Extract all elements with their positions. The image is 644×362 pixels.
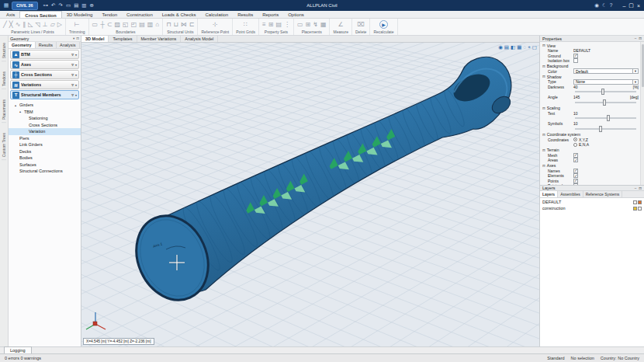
layers-panel-tab[interactable]: Assemblies bbox=[558, 191, 583, 197]
filter-icon[interactable]: ∇ bbox=[71, 63, 74, 67]
geometry-panel-tab[interactable]: Geometry bbox=[9, 42, 36, 48]
viewport-tab[interactable]: 3D Model bbox=[81, 36, 109, 42]
checkbox[interactable] bbox=[573, 179, 578, 183]
add-window-icon[interactable]: ⊕ bbox=[89, 2, 93, 9]
layers-minimize-icon[interactable]: – bbox=[635, 186, 637, 190]
slider-thumb[interactable] bbox=[607, 115, 610, 121]
expand-icon[interactable]: ▾ bbox=[75, 63, 77, 67]
polygon-icon[interactable]: ▱ bbox=[50, 20, 55, 30]
minimize-icon[interactable]: – bbox=[622, 3, 625, 9]
panel-pin-icon[interactable]: ⊡ bbox=[76, 37, 79, 40]
expand-icon[interactable]: ▾ bbox=[75, 53, 77, 57]
dropdown[interactable]: None▼ bbox=[573, 79, 639, 85]
spline-icon[interactable]: ∿ bbox=[16, 20, 21, 30]
layer-color-chip[interactable] bbox=[638, 207, 642, 211]
rows-icon[interactable]: ▤ bbox=[139, 20, 145, 30]
boundary-rect-icon[interactable]: ▭ bbox=[92, 20, 99, 30]
filter-icon[interactable]: ∇ bbox=[71, 73, 74, 77]
intersect-icon[interactable]: ╳ bbox=[9, 20, 13, 30]
columns-icon[interactable]: ▥ bbox=[147, 20, 154, 30]
perpendicular-icon[interactable]: ⊥ bbox=[43, 20, 48, 30]
checkbox[interactable] bbox=[573, 54, 578, 58]
logging-tab[interactable]: Logging bbox=[4, 346, 32, 353]
bracket-icon[interactable]: ⊏ bbox=[189, 20, 195, 30]
accordion-section-header[interactable]: ▲ BTM ∇ ▾ bbox=[10, 50, 79, 59]
accordion-section-header[interactable]: ∿ Axes ∇ ▾ bbox=[10, 60, 79, 69]
3d-viewport-canvas[interactable]: Axis 1 ◉▤◧▦◌⌖▢ X=4.545 [m] Y=-4.452 [m] … bbox=[81, 43, 539, 346]
ribbon-tab[interactable]: Reports bbox=[258, 11, 283, 18]
layer-row[interactable]: DEFAULT bbox=[540, 199, 644, 205]
triangle-right-icon[interactable]: ◹ bbox=[36, 20, 40, 30]
viewport-tab[interactable]: Member Variations bbox=[137, 36, 182, 42]
tree-item[interactable]: Link Girders bbox=[9, 141, 81, 148]
expand-icon[interactable]: ▾ bbox=[75, 73, 77, 77]
rail-tab[interactable]: Placements bbox=[2, 97, 6, 123]
checkbox[interactable] bbox=[573, 183, 578, 185]
fullscreen-icon[interactable]: ▢ bbox=[532, 44, 537, 50]
boundary-subset-icon[interactable]: ⊂ bbox=[107, 20, 113, 30]
rail-tab[interactable]: Custom Trees bbox=[2, 131, 6, 160]
more-icon[interactable]: ⋮ bbox=[284, 20, 290, 30]
viewport-tab[interactable]: Templates bbox=[109, 36, 137, 42]
placement-rect-icon[interactable]: ▭ bbox=[297, 20, 303, 30]
tree-item[interactable]: Structural Connections bbox=[9, 168, 81, 175]
placement-grid-icon[interactable]: ⊞ bbox=[306, 20, 311, 30]
checkbox[interactable] bbox=[573, 58, 578, 63]
property-section-header[interactable]: ⊟Coordinate system bbox=[541, 132, 639, 137]
dropdown[interactable]: Default▼ bbox=[573, 68, 639, 74]
shading-icon[interactable]: ◉ bbox=[498, 44, 503, 50]
hatch-icon[interactable]: ▨ bbox=[115, 20, 121, 30]
delete-icon[interactable]: ⌧ bbox=[358, 20, 365, 30]
collapse-icon[interactable]: ⊟ bbox=[542, 64, 545, 68]
bowtie-icon[interactable]: ⋈ bbox=[181, 20, 187, 30]
rail-tab[interactable]: Tendons bbox=[2, 69, 6, 89]
property-section-header[interactable]: ⊟View bbox=[541, 43, 639, 48]
layer-color-chip[interactable] bbox=[633, 207, 637, 211]
ribbon-tab[interactable]: Axis bbox=[2, 11, 19, 18]
panel-dropdown-icon[interactable]: ▾ bbox=[73, 37, 74, 40]
cup-icon[interactable]: ⊔ bbox=[173, 20, 178, 30]
cap-icon[interactable]: ⊓ bbox=[166, 20, 171, 30]
collapse-icon[interactable]: ⊟ bbox=[542, 164, 545, 168]
window-tile-icon[interactable]: ▤ bbox=[74, 2, 78, 9]
line-icon[interactable]: ╱ bbox=[3, 20, 7, 30]
tree-item[interactable]: Decks bbox=[9, 148, 81, 155]
viewport-tab[interactable]: Analysis Model bbox=[181, 36, 218, 42]
maximize-icon[interactable]: ▢ bbox=[628, 2, 634, 9]
lightning-icon[interactable]: ↯ bbox=[313, 20, 318, 30]
help-icon[interactable]: ? bbox=[610, 2, 613, 9]
slider-thumb[interactable] bbox=[601, 89, 604, 95]
tree-item[interactable]: ▴ Girders bbox=[9, 102, 81, 109]
sheet-icon[interactable]: ▤ bbox=[275, 20, 282, 30]
ribbon-tab[interactable]: Options bbox=[283, 11, 309, 18]
tree-item[interactable]: Piers bbox=[9, 135, 81, 142]
app-version-badge[interactable]: CIVIL 26 bbox=[12, 2, 38, 10]
tree-item[interactable]: Bodies bbox=[9, 155, 81, 162]
collapse-icon[interactable]: ⊟ bbox=[542, 106, 545, 110]
recalculate-icon[interactable]: ▶ bbox=[379, 20, 388, 29]
collapse-icon[interactable]: ⊟ bbox=[542, 148, 545, 152]
close-icon[interactable]: × bbox=[637, 3, 640, 9]
toggle-icon[interactable]: ⊶ bbox=[43, 2, 49, 9]
slider[interactable] bbox=[575, 128, 636, 130]
expand-icon[interactable]: ▾ bbox=[75, 93, 77, 97]
filter-icon[interactable]: ∇ bbox=[71, 83, 74, 87]
ribbon-tab[interactable]: Results bbox=[233, 11, 258, 18]
layer-row[interactable]: construction bbox=[540, 205, 644, 211]
tree-item[interactable]: Variation bbox=[9, 128, 81, 135]
accordion-section-header[interactable]: ≋ Variations ∇ ▾ bbox=[10, 80, 79, 89]
theme-icon[interactable]: ☾ bbox=[602, 2, 607, 9]
point-grid-icon[interactable]: ∷ bbox=[244, 20, 248, 30]
triangle-left-icon[interactable]: ◺ bbox=[28, 20, 33, 30]
property-section-header[interactable]: ⊟Axes bbox=[541, 163, 639, 169]
radio-option[interactable]: X,Y,Z bbox=[573, 137, 588, 142]
reference-point-icon[interactable]: ⊹ bbox=[213, 20, 218, 30]
ribbon-tab[interactable]: 3D Modeling bbox=[62, 11, 98, 18]
boundary-cross-icon[interactable]: ┼ bbox=[100, 20, 105, 30]
corner-bl-icon[interactable]: ◱ bbox=[123, 20, 129, 30]
property-section-header[interactable]: ⊟Scaling bbox=[541, 106, 639, 111]
arrow-icon[interactable]: ▷ bbox=[57, 20, 62, 30]
slider-thumb[interactable] bbox=[603, 99, 606, 106]
clip-sphere-icon[interactable]: ◌ bbox=[523, 44, 526, 50]
slider-thumb[interactable] bbox=[599, 126, 602, 132]
